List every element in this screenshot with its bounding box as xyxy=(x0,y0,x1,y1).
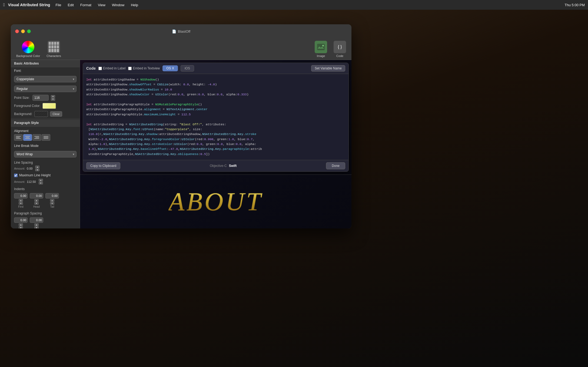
menubar:  Visual Attributed String File Edit For… xyxy=(0,0,588,10)
tail-indent-field: ▲ ▼ Tail xyxy=(45,193,59,208)
foreground-color-swatch[interactable] xyxy=(42,103,56,109)
head-indent-input[interactable] xyxy=(30,193,43,198)
point-size-increment[interactable]: ▲ xyxy=(51,95,55,98)
code-panel-title: Code xyxy=(86,66,96,70)
osx-platform-button[interactable]: OS X xyxy=(162,65,178,71)
background-color-toolbar-item[interactable]: Background Color xyxy=(16,41,40,58)
after-stepper: ▲ ▼ xyxy=(34,223,39,228)
align-center-button[interactable] xyxy=(23,134,32,141)
first-indent-input[interactable] xyxy=(14,193,28,198)
font-family-select[interactable]: Copperplate xyxy=(14,76,77,82)
head-indent-increment[interactable]: ▲ xyxy=(34,199,39,202)
right-content: Blast Off! Code Embed in Label xyxy=(80,60,351,228)
view-menu[interactable]: View xyxy=(96,2,108,8)
characters-toolbar-item[interactable]: Characters xyxy=(46,41,61,58)
line xyxy=(16,136,21,137)
tail-indent-decrement[interactable]: ▼ xyxy=(50,202,54,205)
apple-menu-icon[interactable]:  xyxy=(3,2,5,7)
line-break-label: Line Break Mode xyxy=(14,144,39,148)
max-amount-row: Amount: 112.50 ▲ ▼ xyxy=(11,178,80,186)
characters-label: Characters xyxy=(46,54,61,58)
background-swatch[interactable] xyxy=(34,111,48,117)
toolbar: Background Color Characters xyxy=(11,38,351,60)
chars-dot xyxy=(49,42,51,45)
point-size-decrement[interactable]: ▼ xyxy=(51,98,55,101)
font-label: Font: xyxy=(14,69,21,73)
swift-label[interactable]: Swift xyxy=(229,164,237,168)
image-toolbar-item[interactable]: Image xyxy=(315,41,327,58)
before-increment[interactable]: ▲ xyxy=(19,223,23,226)
clear-button[interactable]: Clear xyxy=(50,111,62,117)
format-menu[interactable]: Format xyxy=(78,2,94,8)
divider xyxy=(11,119,80,119)
line-spacing-decrement[interactable]: ▼ xyxy=(35,169,39,171)
background-row: Background: Clear xyxy=(11,110,80,118)
code-line: attributedStringShadow.shadowBlurRadius … xyxy=(86,87,345,92)
font-label-row: Font: xyxy=(11,67,80,74)
tail-indent-input[interactable] xyxy=(45,193,59,198)
first-indent-increment[interactable]: ▲ xyxy=(19,199,23,202)
max-amount-stepper: ▲ ▼ xyxy=(39,179,43,184)
ios-platform-button[interactable]: iOS xyxy=(181,65,194,72)
line xyxy=(34,138,39,139)
app-name[interactable]: Visual Attributed String xyxy=(8,3,50,7)
line xyxy=(44,137,48,138)
max-amount-value: 112.50 xyxy=(27,180,36,183)
paragraph-spacing-label: Paragraph Spacing xyxy=(11,210,80,216)
objc-label[interactable]: Objective-C xyxy=(210,164,227,168)
point-size-input[interactable] xyxy=(32,95,49,101)
line-break-select[interactable]: Word Wrap xyxy=(14,151,77,157)
file-menu[interactable]: File xyxy=(53,2,63,8)
line-spacing-increment[interactable]: ▲ xyxy=(35,166,39,168)
head-indent-decrement[interactable]: ▼ xyxy=(34,202,39,205)
desktop: 📄 BlastOff Background Color xyxy=(0,10,588,367)
line xyxy=(26,137,29,138)
edit-menu[interactable]: Edit xyxy=(65,2,76,8)
line-break-label-row: Line Break Mode xyxy=(11,142,80,149)
code-line: let attributedStringParagraphStyle = NSM… xyxy=(86,102,345,107)
line-spacing-label: Line Spacing xyxy=(11,159,80,165)
max-amount-increment[interactable]: ▲ xyxy=(39,179,43,181)
max-line-height-checkbox[interactable] xyxy=(14,174,18,177)
before-spacing-input[interactable] xyxy=(14,217,28,223)
foreground-color-label: Foreground Color: xyxy=(14,104,40,108)
code-toolbar-item[interactable]: { } Code xyxy=(334,41,346,58)
line-break-select-wrapper: Word Wrap ▼ xyxy=(14,151,77,157)
before-decrement[interactable]: ▼ xyxy=(19,226,23,228)
minimize-button[interactable] xyxy=(21,29,25,33)
chars-dot xyxy=(54,42,56,45)
font-family-row: Copperplate ▼ xyxy=(11,74,80,84)
set-variable-name-button[interactable]: Set Variable Name xyxy=(311,65,345,72)
image-icon[interactable] xyxy=(315,41,327,53)
align-justify-button[interactable] xyxy=(42,134,50,141)
after-decrement[interactable]: ▼ xyxy=(34,226,39,228)
alignment-row: Alignment xyxy=(11,127,80,142)
close-button[interactable] xyxy=(15,29,19,33)
help-menu[interactable]: Help xyxy=(129,2,140,8)
embed-label-checkbox[interactable] xyxy=(98,67,102,70)
first-indent-decrement[interactable]: ▼ xyxy=(19,202,23,205)
code-icon[interactable]: { } xyxy=(334,41,346,53)
after-increment[interactable]: ▲ xyxy=(34,223,39,226)
color-wheel-icon[interactable] xyxy=(22,41,34,53)
done-button[interactable]: Done xyxy=(326,162,345,169)
window-menu[interactable]: Window xyxy=(110,2,127,8)
font-style-select[interactable]: Regular xyxy=(14,86,77,92)
characters-icon[interactable] xyxy=(48,41,60,53)
code-panel-toolbar: Code Embed in Label Embed in Textview OS… xyxy=(83,63,348,74)
max-amount-decrement[interactable]: ▼ xyxy=(39,182,43,184)
tail-indent-increment[interactable]: ▲ xyxy=(50,199,54,202)
align-justify-icon xyxy=(42,135,49,140)
svg-rect-0 xyxy=(317,44,325,50)
embed-label-text: Embed in Label xyxy=(103,66,125,70)
maximize-button[interactable] xyxy=(27,29,31,33)
head-label: Head xyxy=(33,205,40,208)
copy-to-clipboard-button[interactable]: Copy to Clipboard xyxy=(86,162,120,169)
code-content[interactable]: let attributedStringShadow = NSShadow() … xyxy=(83,74,348,160)
align-right-button[interactable] xyxy=(32,134,41,141)
align-left-button[interactable] xyxy=(14,134,23,141)
embed-textview-checkbox[interactable] xyxy=(128,67,132,70)
line xyxy=(16,137,20,138)
after-spacing-input[interactable] xyxy=(30,217,43,223)
code-panel: Code Embed in Label Embed in Textview OS… xyxy=(83,63,349,172)
